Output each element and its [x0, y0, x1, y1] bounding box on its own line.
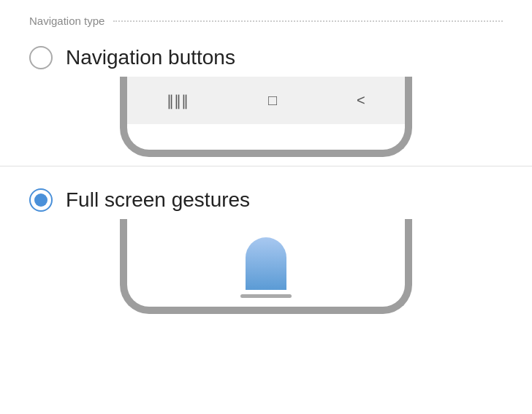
section-divider: [0, 166, 532, 166]
option-full-screen-gestures[interactable]: Full screen gestures: [0, 175, 532, 219]
gesture-pill: [240, 237, 292, 298]
gesture-line: [240, 294, 292, 298]
full-screen-gestures-label: Full screen gestures: [66, 188, 250, 212]
gesture-inner: [127, 219, 405, 307]
settings-page: Navigation type Navigation buttons ∥∥∥ □…: [0, 0, 532, 414]
radio-full-screen-gestures[interactable]: [29, 188, 53, 212]
gestures-illustration: [98, 219, 434, 314]
nav-buttons-illustration: ∥∥∥ □ <: [98, 77, 434, 157]
u-shape-border: [120, 77, 412, 157]
gesture-arch: [246, 237, 286, 290]
radio-navigation-buttons[interactable]: [29, 46, 53, 69]
phone-u-shape: ∥∥∥ □ <: [120, 77, 412, 157]
section-title-text: Navigation type: [29, 15, 104, 27]
section-title-divider: [113, 20, 503, 22]
navigation-buttons-label: Navigation buttons: [66, 46, 235, 69]
section-title-row: Navigation type: [0, 0, 532, 33]
option-navigation-buttons[interactable]: Navigation buttons: [0, 33, 532, 77]
radio-selected-dot: [34, 193, 48, 207]
